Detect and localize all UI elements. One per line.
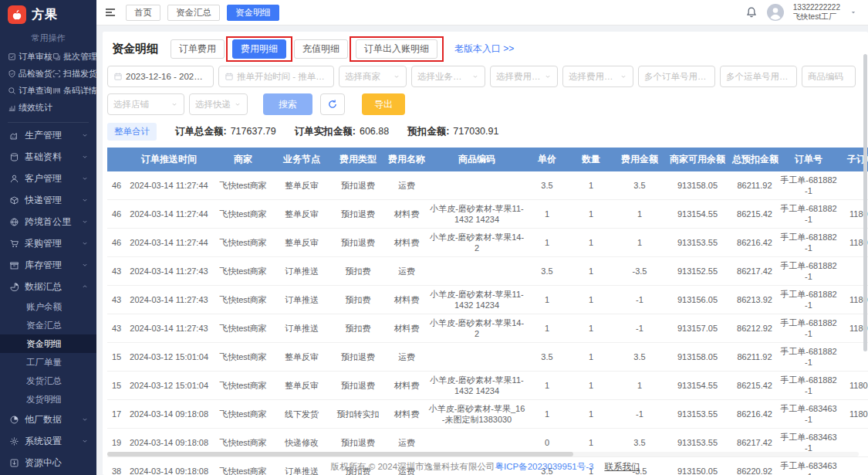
cell-order-no: 手工单-681882-1 [778,171,839,200]
cell-merchant: 飞快test商家 [212,343,274,372]
sidebar-item[interactable]: 系统设置 [0,430,96,452]
quick-link[interactable]: 扫描发货 [52,65,96,82]
horizontal-scrollbar[interactable] [107,452,573,456]
sidebar-item[interactable]: 数据汇总 [0,276,96,297]
app-logo[interactable]: 方果 [0,0,96,29]
cell-total-withhold: 86215.42 [731,372,778,400]
whole-order-total-badge[interactable]: 整单合计 [107,123,157,141]
icp-link[interactable]: 粤ICP备2023039951号-3 [495,462,594,471]
sidebar-subitem[interactable]: 发货汇总 [0,372,96,390]
cell-merchant: 飞快test商家 [212,171,274,200]
summary-value: 717030.91 [453,126,498,137]
quick-link[interactable]: 绩效统计 [8,99,52,116]
refresh-button[interactable] [320,93,345,115]
filter-select[interactable]: 选择费用名称 [562,66,633,87]
cell-total-withhold: 86216.42 [731,400,778,429]
cell-product-code: 小羊皮-磨砂素材-苹果_16-来图定制1383030 [427,400,527,429]
sidebar-subitem[interactable]: 工厂单量 [0,353,96,372]
topbar-tab[interactable]: 首页 [126,5,160,21]
filter-text: 推单开始时间 - 推单结束时间 [237,71,328,83]
filter-select[interactable]: 选择商家 [339,66,407,87]
filter-select[interactable]: 选择店铺 [107,93,184,115]
page-tab[interactable]: 费用明细 [232,39,286,59]
summary-label: 预扣金额: [407,126,449,137]
quick-link[interactable]: 订单审核 [8,48,52,65]
sidebar-item[interactable]: 基础资料 [0,146,96,168]
table-row[interactable]: 432024-03-14 11:27:43飞快test商家订单推送预扣费材料费小… [107,314,868,343]
old-version-link[interactable]: 老版本入口 >> [454,42,514,56]
cell-fee-amount: 1 [615,372,664,400]
filter-input[interactable]: 多个运单号用逗号分隔 [720,66,797,87]
app-logo-text: 方果 [32,7,58,23]
table-row[interactable]: 432024-03-14 11:27:43飞快test商家订单推送预扣费材料费小… [107,286,868,314]
quick-link-label: 品检验货 [19,68,52,80]
sidebar-item[interactable]: 生产管理 [0,124,96,146]
filter-select[interactable]: 选择费用类型 [490,66,558,87]
cell-business-node: 线下发货 [274,400,329,429]
cell-unit-price: 3.5 [527,257,567,286]
sidebar-subitem[interactable]: 资金汇总 [0,316,96,334]
filter-input[interactable]: 多个订单号用逗号分隔 [638,66,715,87]
cell-fee-type: 预扣转实扣 [329,400,387,429]
topbar-tab[interactable]: 资金明细 [227,5,279,21]
filter-date[interactable]: 2023-12-16 - 2024-03-14 [107,66,214,87]
sidebar-item[interactable]: 采购管理 [0,232,96,254]
bell-button[interactable] [745,6,758,19]
quick-link[interactable]: 品检验货 [8,65,52,82]
quick-link[interactable]: 订单查询 [8,82,52,99]
sidebar-item[interactable]: 快递管理 [0,189,96,211]
cell-fee-name: 运费 [387,343,427,372]
menu-fold-button[interactable] [104,6,117,19]
sidebar-item[interactable]: 客户管理 [0,168,96,189]
quick-link[interactable]: 批次管理 [52,48,96,65]
quick-link-label: 订单查询 [19,85,52,97]
quick-link-label: 条码详情 [63,85,96,97]
table-row[interactable]: 172024-03-14 09:18:08飞快test商家线下发货预扣转实扣材料… [107,400,868,429]
table-row[interactable]: 462024-03-14 11:27:44飞快test商家整单反审预扣退费材料费… [107,200,868,229]
search-button[interactable]: 搜索 [263,93,312,115]
vertical-scrollbar[interactable] [863,54,867,351]
quick-link[interactable]: 条码详情 [52,82,96,99]
filter-input[interactable]: 商品编码 [802,66,856,87]
cell-product-code [427,171,527,200]
cell-fee-type: 预扣退费 [329,171,387,200]
export-button[interactable]: 导出 [362,93,405,115]
table-row[interactable]: 462024-03-14 11:27:44飞快test商家整单反审预扣退费材料费… [107,229,868,257]
topbar-tab[interactable]: 资金汇总 [167,5,220,21]
filter-row-2: 选择店铺选择快递搜索导出 [107,93,868,121]
table-row[interactable]: 152024-03-12 15:01:04飞快test商家整单反审预扣退费材料费… [107,372,868,400]
filter-select[interactable]: 选择业务节点 [411,66,485,87]
sidebar-item[interactable]: 资源中心 [0,452,96,473]
settings-icon [9,436,19,446]
sidebar-subitem[interactable]: 发货明细 [0,390,96,409]
chevron-down-icon [544,73,552,80]
cell-order-no: 手工单-683463-1 [778,400,839,429]
column-header-fee-amount: 费用金额 [615,148,664,171]
caret-down-icon[interactable] [849,8,857,16]
sidebar-subitem[interactable]: 账户余额 [0,297,96,316]
cell-fee-amount: 1 [615,200,664,229]
chevron-down-icon [471,73,479,80]
table-row[interactable]: 462024-03-14 11:27:44飞快test商家整单反审预扣退费运费3… [107,171,868,200]
filter-date[interactable]: 推单开始时间 - 推单结束时间 [218,66,334,87]
table-row[interactable]: 432024-03-14 11:27:43飞快test商家订单推送预扣费运费3.… [107,257,868,286]
cell-quantity: 1 [567,171,615,200]
contact-us-link[interactable]: 联系我们 [604,462,640,471]
chevron-down-icon [81,261,89,269]
filter-select[interactable]: 选择快递 [189,93,248,115]
avatar[interactable] [767,4,784,21]
page-tab[interactable]: 订单费用 [171,39,225,59]
page-tab[interactable]: 充值明细 [294,39,348,59]
sidebar-item[interactable]: 他厂数据 [0,409,96,430]
user-info[interactable]: 13322222222 飞快test工厂 [793,3,840,22]
sidebar-subitem[interactable]: 资金明细 [0,334,96,353]
menu-fold-icon [104,6,117,19]
chevron-down-icon [81,153,89,161]
table-row[interactable]: 152024-03-12 15:01:04飞快test商家整单反审预扣退费运费3… [107,343,868,372]
sidebar-item[interactable]: 跨境首公里 [0,211,96,232]
copyright-text: 版权所有 © 2024深圳市逸量科技有限公司 [331,462,495,471]
filter-text: 商品编码 [808,71,843,83]
page-tab[interactable]: 订单出入账明细 [356,39,437,59]
sidebar-item[interactable]: 库存管理 [0,254,96,276]
cell-push-time: 2024-03-14 11:27:44 [126,200,212,229]
